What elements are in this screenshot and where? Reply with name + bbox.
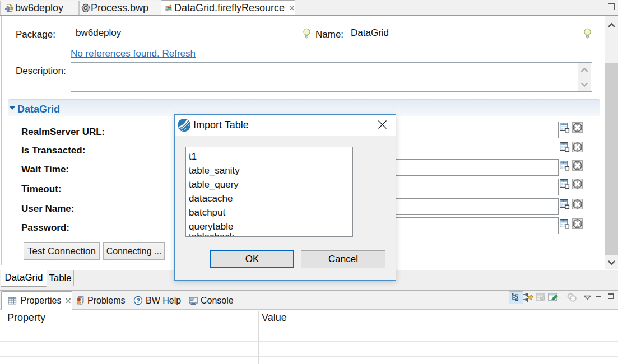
svg-text:?: ? xyxy=(136,297,140,304)
